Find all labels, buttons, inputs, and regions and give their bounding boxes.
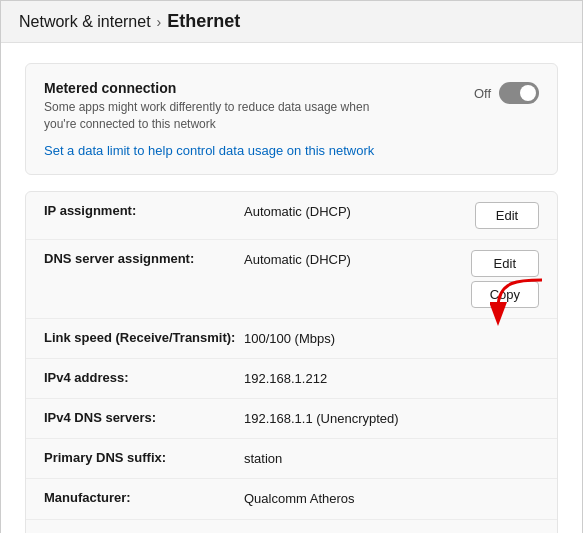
primary-dns-suffix-value: station [244,449,539,468]
metered-title: Metered connection [44,80,458,96]
breadcrumb-network-link[interactable]: Network & internet [19,13,151,31]
dns-assignment-actions: Edit Copy [471,250,539,308]
primary-dns-suffix-row: Primary DNS suffix: station [26,439,557,479]
breadcrumb: Network & internet › Ethernet [19,11,240,32]
dns-assignment-label: DNS server assignment: [44,250,244,266]
link-speed-label: Link speed (Receive/Transmit): [44,329,244,345]
ipv4-address-label: IPv4 address: [44,369,244,385]
ipv4-address-row: IPv4 address: 192.168.1.212 [26,359,557,399]
description-label: Description: [44,530,244,533]
toggle-off-label: Off [474,86,491,101]
primary-dns-suffix-label: Primary DNS suffix: [44,449,244,465]
window: Network & internet › Ethernet Metered co… [0,0,583,533]
manufacturer-row: Manufacturer: Qualcomm Atheros [26,479,557,519]
data-limit-link[interactable]: Set a data limit to help control data us… [44,143,374,158]
ipv4-dns-value: 192.168.1.1 (Unencrypted) [244,409,539,428]
dns-assignment-row: DNS server assignment: Automatic (DHCP) … [26,240,557,319]
breadcrumb-chevron: › [157,14,162,30]
ipv4-address-value: 192.168.1.212 [244,369,539,388]
ip-assignment-label: IP assignment: [44,202,244,218]
ip-assignment-edit-button[interactable]: Edit [475,202,539,229]
description-row: Description: Qualcomm Atheros AR8151 PCI… [26,520,557,533]
content-area: Metered connection Some apps might work … [1,43,582,533]
manufacturer-value: Qualcomm Atheros [244,489,539,508]
metered-toggle-container: Off [474,82,539,104]
metered-toggle[interactable] [499,82,539,104]
dns-assignment-value: Automatic (DHCP) [244,250,459,269]
ip-assignment-value: Automatic (DHCP) [244,202,463,221]
dns-assignment-edit-button[interactable]: Edit [471,250,539,277]
metered-row: Metered connection Some apps might work … [44,80,539,133]
metered-description: Some apps might work differently to redu… [44,99,404,133]
link-speed-value: 100/100 (Mbps) [244,329,539,348]
link-speed-row: Link speed (Receive/Transmit): 100/100 (… [26,319,557,359]
ip-assignment-action: Edit [475,202,539,229]
breadcrumb-current-page: Ethernet [167,11,240,32]
toggle-knob [520,85,536,101]
ipv4-dns-label: IPv4 DNS servers: [44,409,244,425]
description-value: Qualcomm Atheros AR8151 PCI-E Gigabit Et… [244,530,539,533]
dns-assignment-copy-button[interactable]: Copy [471,281,539,308]
ip-assignment-row: IP assignment: Automatic (DHCP) Edit [26,192,557,240]
manufacturer-label: Manufacturer: [44,489,244,505]
metered-connection-block: Metered connection Some apps might work … [25,63,558,175]
metered-text: Metered connection Some apps might work … [44,80,458,133]
ipv4-dns-row: IPv4 DNS servers: 192.168.1.1 (Unencrypt… [26,399,557,439]
header: Network & internet › Ethernet [1,1,582,43]
network-info-block: IP assignment: Automatic (DHCP) Edit DNS… [25,191,558,533]
